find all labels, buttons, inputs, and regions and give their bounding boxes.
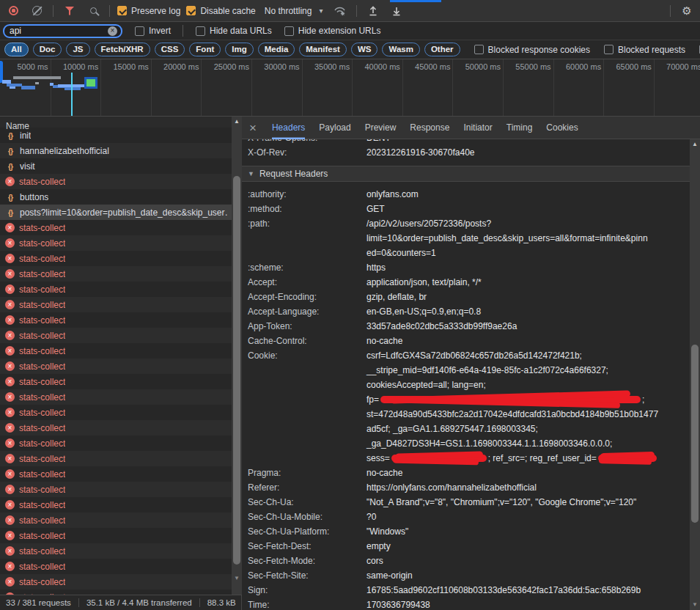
request-row[interactable]: ×stats-collect (0, 451, 241, 466)
hide-extension-urls-checkbox[interactable]: Hide extension URLs (284, 26, 381, 36)
type-pill-media[interactable]: Media (258, 43, 295, 56)
request-row[interactable]: ×stats-collect (0, 343, 241, 359)
timeline-tick-label: 40000 ms (365, 62, 400, 71)
error-icon: × (5, 577, 15, 587)
request-name: stats-collect (19, 500, 65, 510)
header-name: X-Frame-Options: (248, 139, 366, 145)
request-row[interactable]: ×stats-collect (0, 420, 241, 436)
header-row: X-Of-Rev:202312261916-30670fa40e (242, 145, 700, 160)
timeline-tick-label: 70000 ms (666, 62, 700, 71)
record-button[interactable] (4, 2, 22, 20)
import-har-button[interactable] (364, 2, 382, 20)
request-row[interactable]: {}posts?limit=10&order=publish_date_desc… (0, 205, 241, 220)
request-row[interactable]: ×stats-collect (0, 574, 241, 589)
request-row[interactable]: ×stats-collect (0, 528, 241, 543)
header-row: App-Token:33d57ade8c02dbc5a333db99ff9ae2… (242, 319, 700, 334)
disable-cache-checkbox[interactable]: Disable cache (186, 6, 255, 16)
request-row[interactable]: ×stats-collect (0, 282, 241, 297)
request-row[interactable]: ×stats-collect (0, 543, 241, 559)
invert-checkbox[interactable]: Invert (135, 26, 171, 36)
request-row[interactable]: {}hannahelizabethofficial (0, 143, 241, 158)
scroll-down-icon[interactable]: ▼ (690, 600, 700, 610)
request-row[interactable]: {}init (0, 128, 241, 143)
blocked-requests-checkbox[interactable]: Blocked requests (604, 45, 685, 55)
tab-headers[interactable]: Headers (272, 117, 305, 139)
clear-button[interactable] (28, 2, 45, 20)
type-pill-css[interactable]: CSS (155, 43, 185, 56)
request-row[interactable]: ×stats-collect (0, 266, 241, 282)
request-row[interactable]: ×stats-collect (0, 235, 241, 251)
scroll-up-icon[interactable]: ▲ (232, 117, 242, 127)
requests-scrollbar[interactable]: ▲ ▼ (232, 117, 242, 595)
type-pill-ws[interactable]: WS (351, 43, 378, 56)
header-name: :authority: (248, 187, 366, 202)
request-row[interactable]: ×stats-collect (0, 359, 241, 374)
timeline-overview[interactable]: 5000 ms10000 ms15000 ms20000 ms25000 ms3… (0, 59, 700, 117)
headers-scrollbar[interactable]: ▲ ▼ (690, 139, 700, 610)
disable-cache-label: Disable cache (200, 6, 255, 16)
request-headers-section-header[interactable]: ▼ Request Headers (242, 166, 700, 182)
tab-timing[interactable]: Timing (506, 117, 533, 139)
type-pill-other[interactable]: Other (424, 43, 460, 56)
error-icon: × (5, 408, 15, 417)
type-pill-fetch-xhr[interactable]: Fetch/XHR (95, 43, 150, 56)
request-row[interactable]: ×stats-collect (0, 512, 241, 528)
redaction-scribble (391, 455, 487, 462)
tab-cookies[interactable]: Cookies (546, 117, 578, 139)
filter-input[interactable]: api × (3, 24, 122, 38)
resources-size: 88.3 kB (207, 598, 236, 607)
request-row[interactable]: {}visit (0, 158, 241, 174)
type-pill-img[interactable]: Img (225, 43, 253, 56)
scroll-up-icon[interactable]: ▲ (690, 139, 700, 150)
request-row[interactable]: ×stats-collect (0, 328, 241, 343)
tab-response[interactable]: Response (410, 117, 449, 139)
type-pill-all[interactable]: All (4, 43, 29, 56)
tab-preview[interactable]: Preview (365, 117, 397, 139)
header-row: Sec-Fetch-Dest:empty (242, 539, 700, 554)
filterbar-divider (183, 25, 183, 37)
request-row[interactable]: {}buttons (0, 189, 241, 205)
request-row[interactable]: ×stats-collect (0, 405, 241, 420)
request-row[interactable]: ×stats-collect (0, 374, 241, 389)
type-pill-font[interactable]: Font (189, 43, 221, 56)
header-value-line: 33d57ade8c02dbc5a333db99ff9ae26a (366, 319, 517, 334)
header-row: Accept:application/json, text/plain, */* (242, 275, 700, 290)
network-conditions-button[interactable] (331, 2, 349, 20)
blocked-requests-label: Blocked requests (618, 45, 685, 55)
type-pill-manifest[interactable]: Manifest (299, 43, 347, 56)
close-icon[interactable]: × (249, 122, 257, 134)
redaction-scribble (598, 455, 657, 462)
type-pill-wasm[interactable]: Wasm (382, 43, 419, 56)
request-row[interactable]: ×stats-collect (0, 220, 241, 235)
blocked-response-cookies-checkbox[interactable]: Blocked response cookies (474, 45, 590, 55)
request-row[interactable]: ×stats-collect (0, 312, 241, 328)
request-row[interactable]: ×stats-collect (0, 297, 241, 312)
timeline-gridline (51, 59, 51, 117)
type-pill-doc[interactable]: Doc (33, 43, 62, 56)
throttling-select[interactable]: No throttling ▾ (262, 6, 326, 16)
tab-initiator[interactable]: Initiator (463, 117, 492, 139)
request-row[interactable]: ×stats-collect (0, 589, 241, 595)
hide-data-urls-checkbox[interactable]: Hide data URLs (196, 26, 272, 36)
request-row[interactable]: ×stats-collect (0, 497, 241, 512)
export-har-button[interactable] (388, 2, 405, 20)
request-row[interactable]: ×stats-collect (0, 389, 241, 405)
timeline-tick-label: 30000 ms (264, 62, 299, 71)
request-row[interactable]: ×stats-collect (0, 559, 241, 574)
scrollbar-thumb[interactable] (691, 345, 699, 523)
preserve-log-checkbox[interactable]: Preserve log (117, 6, 180, 16)
settings-button[interactable]: ⚙ (678, 2, 696, 20)
tab-payload[interactable]: Payload (319, 117, 350, 139)
scrollbar-thumb[interactable] (233, 176, 240, 565)
request-row[interactable]: ×stats-collect (0, 482, 241, 497)
error-icon: × (5, 485, 15, 494)
request-row[interactable]: ×stats-collect (0, 251, 241, 266)
request-row[interactable]: ×stats-collect (0, 436, 241, 451)
filter-button[interactable] (61, 2, 78, 20)
request-row[interactable]: ×stats-collect (0, 174, 241, 189)
type-pill-js[interactable]: JS (66, 43, 89, 56)
clear-filter-icon[interactable]: × (108, 26, 117, 36)
search-button[interactable] (84, 2, 102, 20)
scroll-down-icon[interactable]: ▼ (232, 573, 242, 584)
request-row[interactable]: ×stats-collect (0, 466, 241, 482)
